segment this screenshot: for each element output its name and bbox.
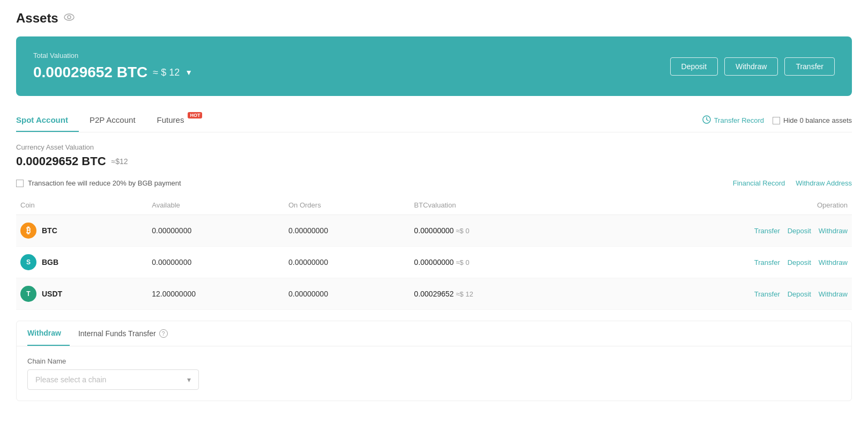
btc-val-usdt: 0.00029652 ≈$ 12: [410, 278, 586, 310]
op-cell-usdt: Transfer Deposit Withdraw: [586, 278, 852, 310]
fee-row: Transaction fee will reduce 20% by BGB p…: [16, 179, 852, 187]
fee-notice: Transaction fee will reduce 20% by BGB p…: [16, 179, 181, 187]
financial-record-link[interactable]: Financial Record: [733, 179, 785, 187]
coin-name-btc: BTC: [42, 226, 57, 235]
available-usdt: 12.00000000: [147, 278, 284, 310]
withdraw-tabs: Withdraw Internal Funds Transfer ?: [17, 321, 851, 346]
table-row: S BGB 0.000000000.000000000.00000000 ≈$ …: [16, 247, 852, 278]
op-deposit-btc[interactable]: Deposit: [788, 227, 811, 235]
withdraw-address-link[interactable]: Withdraw Address: [796, 179, 852, 187]
coin-icon-bgb: S: [20, 254, 36, 270]
btc-val-bgb: 0.00000000 ≈$ 0: [410, 247, 586, 278]
banner-actions: Deposit Withdraw Transfer: [670, 57, 835, 76]
tab-futures[interactable]: Futures HOT: [146, 109, 204, 132]
op-withdraw-bgb[interactable]: Withdraw: [819, 258, 848, 266]
col-coin: Coin: [16, 196, 147, 215]
on-orders-usdt: 0.00000000: [284, 278, 410, 310]
coin-name-usdt: USDT: [42, 290, 62, 298]
select-arrow-icon: ▾: [187, 375, 191, 384]
page-header: Assets: [16, 11, 852, 26]
transfer-button[interactable]: Transfer: [784, 57, 835, 76]
col-operation: Operation: [586, 196, 852, 215]
info-icon[interactable]: ?: [159, 329, 168, 338]
col-on-orders: On Orders: [284, 196, 410, 215]
available-bgb: 0.00000000: [147, 247, 284, 278]
col-btcval: BTCvaluation: [410, 196, 586, 215]
currency-usd: ≈$12: [112, 157, 128, 166]
hide-balance-checkbox[interactable]: [773, 117, 780, 124]
assets-table: Coin Available On Orders BTCvaluation Op…: [16, 196, 852, 310]
tab-spot-account[interactable]: Spot Account: [16, 109, 79, 132]
on-orders-btc: 0.00000000: [284, 215, 410, 247]
eye-icon[interactable]: [64, 13, 75, 23]
chain-select[interactable]: Please select a chain ▾: [27, 369, 199, 390]
banner-dropdown-icon[interactable]: ▼: [185, 68, 192, 77]
coin-cell-bgb: S BGB: [16, 247, 147, 278]
coin-cell-usdt: T USDT: [16, 278, 147, 310]
coin-icon-usdt: T: [20, 286, 36, 302]
op-withdraw-btc[interactable]: Withdraw: [819, 227, 848, 235]
chain-placeholder: Please select a chain: [35, 375, 106, 384]
tab-internal-transfer[interactable]: Internal Funds Transfer ?: [70, 321, 176, 346]
op-deposit-usdt[interactable]: Deposit: [788, 290, 811, 298]
action-links: Financial Record Withdraw Address: [733, 179, 852, 187]
op-deposit-bgb[interactable]: Deposit: [788, 258, 811, 266]
svg-point-0: [64, 14, 74, 20]
withdraw-button[interactable]: Withdraw: [724, 57, 778, 76]
table-row: ₿ BTC 0.000000000.000000000.00000000 ≈$ …: [16, 215, 852, 247]
transfer-record-label: Transfer Record: [714, 116, 764, 124]
op-cell-bgb: Transfer Deposit Withdraw: [586, 247, 852, 278]
chain-name-label: Chain Name: [27, 357, 841, 365]
available-btc: 0.00000000: [147, 215, 284, 247]
btc-val-btc: 0.00000000 ≈$ 0: [410, 215, 586, 247]
spot-account-content: Currency Asset Valuation 0.00029652 BTC …: [16, 143, 852, 401]
hide-balance-label: Hide 0 balance assets: [783, 116, 852, 124]
tabs-row: Spot Account P2P Account Futures HOT Tra…: [16, 109, 852, 132]
transfer-record-link[interactable]: Transfer Record: [702, 115, 764, 125]
op-transfer-bgb[interactable]: Transfer: [754, 258, 780, 266]
currency-asset-label: Currency Asset Valuation: [16, 143, 852, 151]
withdraw-body: Chain Name Please select a chain ▾: [17, 346, 851, 401]
op-withdraw-usdt[interactable]: Withdraw: [819, 290, 848, 298]
tabs-right: Transfer Record Hide 0 balance assets: [702, 115, 852, 125]
withdraw-section: Withdraw Internal Funds Transfer ? Chain…: [16, 321, 852, 401]
currency-asset-amount: 0.00029652 BTC ≈$12: [16, 154, 852, 168]
coin-name-bgb: BGB: [42, 258, 58, 266]
op-transfer-usdt[interactable]: Transfer: [754, 290, 780, 298]
hot-badge: HOT: [188, 112, 202, 118]
banner-amount: 0.00029652 BTC ≈ $ 12 ▼: [33, 64, 192, 81]
op-cell-btc: Transfer Deposit Withdraw: [586, 215, 852, 247]
banner-usd-amount: ≈ $ 12: [153, 67, 180, 78]
table-row: T USDT 12.000000000.000000000.00029652 ≈…: [16, 278, 852, 310]
op-transfer-btc[interactable]: Transfer: [754, 227, 780, 235]
banner-btc-amount: 0.00029652 BTC: [33, 64, 147, 81]
banner-label: Total Valuation: [33, 51, 192, 60]
tab-p2p-account[interactable]: P2P Account: [79, 109, 146, 132]
tab-withdraw[interactable]: Withdraw: [27, 321, 70, 346]
page-title: Assets: [16, 11, 58, 26]
fee-checkbox[interactable]: [16, 180, 24, 187]
deposit-button[interactable]: Deposit: [670, 57, 718, 76]
transfer-record-icon: [702, 115, 711, 125]
on-orders-bgb: 0.00000000: [284, 247, 410, 278]
banner-left: Total Valuation 0.00029652 BTC ≈ $ 12 ▼: [33, 51, 192, 81]
hide-balance-row: Hide 0 balance assets: [773, 116, 852, 124]
coin-icon-btc: ₿: [20, 223, 36, 239]
assets-banner: Total Valuation 0.00029652 BTC ≈ $ 12 ▼ …: [16, 36, 852, 96]
tab-list: Spot Account P2P Account Futures HOT: [16, 109, 702, 132]
coin-cell-btc: ₿ BTC: [16, 215, 147, 247]
col-available: Available: [147, 196, 284, 215]
svg-point-1: [68, 16, 71, 19]
